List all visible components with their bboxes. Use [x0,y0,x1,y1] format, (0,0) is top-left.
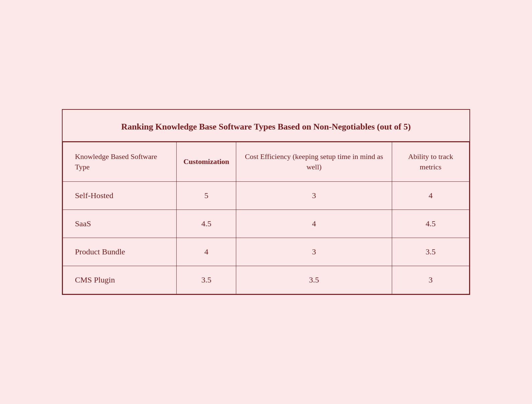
cell-3-type: CMS Plugin [63,266,177,294]
table-body: Self-Hosted534SaaS4.544.5Product Bundle4… [63,182,469,294]
cell-3-customization: 3.5 [177,266,236,294]
col-header-track-metrics: Ability to track metrics [392,142,469,182]
ranking-table: Knowledge Based Software Type Customizat… [63,142,469,295]
cell-1-type: SaaS [63,210,177,238]
cell-2-cost_efficiency: 3 [236,238,392,266]
ranking-table-container: Ranking Knowledge Base Software Types Ba… [62,109,470,295]
table-row: SaaS4.544.5 [63,210,469,238]
table-row: Product Bundle433.5 [63,238,469,266]
col-header-customization: Customization [177,142,236,182]
col-header-type: Knowledge Based Software Type [63,142,177,182]
cell-0-customization: 5 [177,182,236,210]
cell-2-type: Product Bundle [63,238,177,266]
col-header-cost-efficiency: Cost Efficiency (keeping setup time in m… [236,142,392,182]
table-row: CMS Plugin3.53.53 [63,266,469,294]
cell-2-customization: 4 [177,238,236,266]
table-header-row: Knowledge Based Software Type Customizat… [63,142,469,182]
cell-1-cost_efficiency: 4 [236,210,392,238]
cell-3-cost_efficiency: 3.5 [236,266,392,294]
cell-2-track_metrics: 3.5 [392,238,469,266]
cell-1-customization: 4.5 [177,210,236,238]
table-row: Self-Hosted534 [63,182,469,210]
cell-0-cost_efficiency: 3 [236,182,392,210]
cell-1-track_metrics: 4.5 [392,210,469,238]
table-title: Ranking Knowledge Base Software Types Ba… [63,110,469,142]
cell-3-track_metrics: 3 [392,266,469,294]
cell-0-type: Self-Hosted [63,182,177,210]
cell-0-track_metrics: 4 [392,182,469,210]
